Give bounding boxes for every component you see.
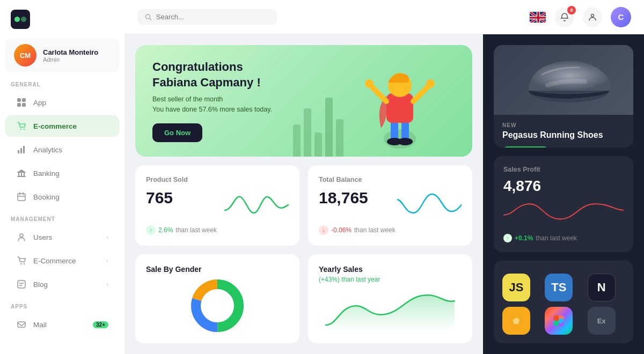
product-name: Pegasus Running Shoes	[502, 130, 625, 140]
search-icon	[145, 13, 152, 21]
general-section-label: GENERAL	[0, 74, 125, 91]
svg-point-7	[24, 129, 25, 130]
svg-rect-13	[24, 173, 25, 176]
svg-rect-10	[23, 146, 25, 153]
svg-point-23	[591, 14, 594, 17]
svg-rect-14	[17, 176, 26, 177]
svg-rect-3	[22, 98, 26, 102]
sidebar-item-users-label: Users	[33, 233, 52, 241]
product-badge: NEW	[502, 122, 625, 128]
svg-point-33	[365, 79, 374, 88]
product-card: NEW Pegasus Running Shoes Buy Now	[494, 45, 633, 148]
sidebar-item-ecommerce-label: E-commerce	[33, 122, 77, 130]
apps-section-label: APPS	[0, 296, 125, 313]
svg-point-21	[145, 14, 150, 18]
users-button[interactable]	[583, 8, 602, 27]
sidebar-item-analytics[interactable]: Analytics	[5, 139, 119, 160]
notifications-button[interactable]: 8	[555, 8, 574, 27]
logo	[0, 0, 125, 36]
sidebar-item-ecommerce-mgmt-label: E-Commerce	[33, 257, 76, 265]
trend-down-icon: ↓	[319, 225, 328, 235]
analytics-icon	[16, 144, 27, 155]
product-sold-card: Product Sold 765 ↑ 2.6% than last week	[135, 165, 299, 246]
app-icon-next[interactable]: N	[588, 274, 616, 301]
buy-now-button[interactable]: Buy Now	[502, 146, 549, 148]
svg-point-1	[21, 17, 26, 22]
profit-trend-icon: ↑	[503, 234, 512, 242]
trend-percentage: 2.6%	[158, 226, 173, 234]
trend-percentage-neg: -0.06%	[331, 226, 352, 234]
product-sold-chart	[224, 189, 289, 221]
sales-profit-card: Sales Profit 4,876 ↑ +0.1% than last wee…	[494, 156, 633, 252]
gender-donut-chart	[188, 276, 247, 335]
app-icon-sketch[interactable]	[502, 307, 530, 335]
welcome-chart-decoration	[293, 98, 343, 157]
svg-rect-2	[17, 98, 21, 102]
sidebar-item-app-label: App	[33, 99, 46, 107]
svg-rect-8	[18, 150, 19, 153]
main-content: 8 C Congratulations Fabiana Capmany !	[125, 0, 644, 354]
welcome-card: Congratulations Fabiana Capmany ! Best s…	[135, 45, 472, 157]
profit-trend-pct: +0.1%	[515, 234, 533, 242]
svg-point-24	[384, 129, 416, 149]
sidebar-item-mail[interactable]: Mail 32+	[5, 314, 119, 335]
mail-icon	[16, 319, 27, 330]
sketch-logo	[509, 313, 524, 328]
svg-rect-11	[18, 173, 19, 176]
sidebar-item-blog-label: Blog	[33, 281, 48, 289]
welcome-desc2: You have done 57.6% more sales today.	[152, 106, 272, 113]
profit-trend-text: than last week	[536, 234, 577, 242]
svg-point-0	[14, 17, 20, 22]
sidebar-item-booking-label: Booking	[33, 193, 60, 201]
svg-rect-29	[386, 93, 413, 123]
app-icon-js[interactable]: JS	[502, 274, 530, 301]
svg-rect-19	[18, 281, 25, 288]
product-info: NEW Pegasus Running Shoes Buy Now	[494, 115, 633, 148]
go-now-button[interactable]: Go Now	[152, 123, 202, 142]
yearly-sales-card: Yearly Sales (+43%) than last year	[308, 254, 472, 343]
apps-grid: JS TS N	[502, 274, 625, 335]
welcome-desc1: Best seller of the month	[152, 95, 223, 103]
management-section-label: MANAGEMENT	[0, 209, 125, 225]
trend-text: than last week	[175, 226, 217, 234]
user-avatar-button[interactable]: C	[611, 7, 631, 27]
trend-up-icon: ↑	[146, 225, 156, 235]
avatar: CM	[14, 44, 36, 67]
total-balance-value: 18,765	[319, 189, 368, 207]
ecommerce-mgmt-chevron: ›	[106, 257, 108, 264]
total-balance-label: Total Balance	[319, 176, 462, 183]
product-image	[494, 45, 633, 115]
sidebar-item-booking[interactable]: Booking	[5, 186, 119, 208]
app-icon-ts[interactable]: TS	[545, 274, 573, 301]
sidebar-item-banking[interactable]: Banking	[5, 163, 119, 184]
svg-line-32	[413, 85, 429, 101]
profit-sparkline	[503, 199, 624, 228]
sidebar-item-blog[interactable]: Blog ›	[5, 274, 119, 295]
app-icon	[16, 97, 27, 108]
notification-badge: 8	[567, 6, 576, 14]
yearly-sales-sub: (+43%) than last year	[319, 276, 462, 283]
ecommerce-icon	[16, 121, 27, 131]
product-sold-value: 765	[146, 189, 173, 207]
search-box[interactable]	[137, 9, 277, 25]
sidebar-item-ecommerce[interactable]: E-commerce	[5, 115, 119, 137]
apps-section: JS TS N	[494, 261, 633, 343]
sidebar-item-users[interactable]: Users ›	[5, 226, 119, 248]
welcome-person-illustration	[360, 64, 440, 157]
content-area: Congratulations Fabiana Capmany ! Best s…	[125, 34, 644, 354]
total-balance-trend: ↓ -0.06% than last week	[319, 225, 462, 235]
product-sold-label: Product Sold	[146, 176, 289, 183]
app-icon-figma[interactable]	[545, 307, 573, 335]
shoe-svg	[510, 50, 617, 109]
svg-point-18	[24, 263, 25, 264]
svg-point-28	[398, 138, 413, 145]
search-input[interactable]	[156, 13, 269, 21]
yearly-sales-chart	[319, 287, 462, 330]
app-icon-extra[interactable]: Ex	[588, 307, 616, 335]
total-balance-chart	[397, 189, 462, 221]
profit-trend: ↑ +0.1% than last week	[503, 234, 624, 242]
language-flag[interactable]	[529, 11, 546, 23]
svg-rect-12	[21, 173, 22, 176]
sidebar-item-app[interactable]: App	[5, 92, 119, 113]
sidebar-item-ecommerce-mgmt[interactable]: E-Commerce ›	[5, 250, 119, 271]
